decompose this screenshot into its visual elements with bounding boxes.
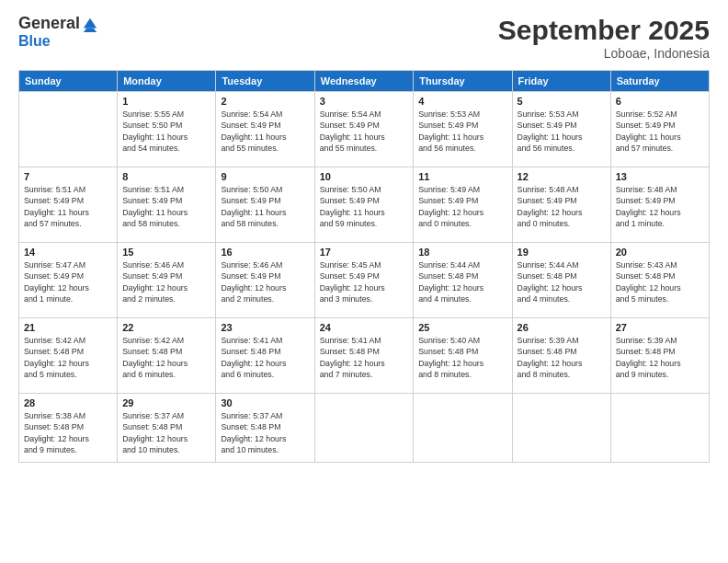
day-info: Sunrise: 5:47 AM Sunset: 5:49 PM Dayligh… [24, 259, 112, 304]
day-info: Sunrise: 5:52 AM Sunset: 5:49 PM Dayligh… [616, 109, 704, 154]
header-friday: Friday [512, 71, 610, 92]
table-row: 3Sunrise: 5:54 AM Sunset: 5:49 PM Daylig… [314, 92, 414, 167]
table-row: 18Sunrise: 5:44 AM Sunset: 5:48 PM Dayli… [414, 243, 512, 318]
day-info: Sunrise: 5:40 AM Sunset: 5:48 PM Dayligh… [418, 335, 506, 380]
day-info: Sunrise: 5:48 AM Sunset: 5:49 PM Dayligh… [616, 184, 704, 229]
logo: General Blue [18, 15, 98, 49]
day-number: 16 [221, 247, 309, 258]
table-row: 26Sunrise: 5:39 AM Sunset: 5:48 PM Dayli… [512, 318, 610, 394]
table-row: 11Sunrise: 5:49 AM Sunset: 5:49 PM Dayli… [414, 167, 512, 243]
day-info: Sunrise: 5:46 AM Sunset: 5:49 PM Dayligh… [122, 259, 210, 304]
day-info: Sunrise: 5:50 AM Sunset: 5:49 PM Dayligh… [320, 184, 409, 229]
day-number: 9 [221, 171, 309, 182]
table-row: 7Sunrise: 5:51 AM Sunset: 5:49 PM Daylig… [19, 167, 118, 243]
day-info: Sunrise: 5:50 AM Sunset: 5:49 PM Dayligh… [221, 184, 309, 229]
svg-marker-1 [84, 28, 97, 32]
header-monday: Monday [118, 71, 216, 92]
day-number: 23 [221, 322, 309, 333]
day-info: Sunrise: 5:39 AM Sunset: 5:48 PM Dayligh… [616, 335, 704, 380]
logo-text: General [18, 15, 80, 33]
table-row: 4Sunrise: 5:53 AM Sunset: 5:49 PM Daylig… [414, 92, 512, 167]
day-info: Sunrise: 5:53 AM Sunset: 5:49 PM Dayligh… [418, 109, 506, 154]
day-info: Sunrise: 5:49 AM Sunset: 5:49 PM Dayligh… [418, 184, 506, 229]
day-number: 12 [518, 171, 606, 182]
table-row: 27Sunrise: 5:39 AM Sunset: 5:48 PM Dayli… [610, 318, 709, 394]
day-info: Sunrise: 5:46 AM Sunset: 5:49 PM Dayligh… [221, 259, 309, 304]
day-number: 24 [320, 322, 409, 333]
table-row: 5Sunrise: 5:53 AM Sunset: 5:49 PM Daylig… [512, 92, 610, 167]
table-row: 20Sunrise: 5:43 AM Sunset: 5:48 PM Dayli… [610, 243, 709, 318]
day-number: 27 [616, 322, 704, 333]
table-row: 16Sunrise: 5:46 AM Sunset: 5:49 PM Dayli… [216, 243, 314, 318]
table-row: 10Sunrise: 5:50 AM Sunset: 5:49 PM Dayli… [314, 167, 414, 243]
title-block: September 2025 Loboae, Indonesia [498, 15, 710, 61]
day-number: 25 [418, 322, 506, 333]
calendar: Sunday Monday Tuesday Wednesday Thursday… [18, 70, 710, 463]
month-title: September 2025 [498, 15, 710, 46]
day-number: 1 [122, 96, 210, 107]
table-row [414, 394, 512, 463]
table-row: 28Sunrise: 5:38 AM Sunset: 5:48 PM Dayli… [19, 394, 118, 463]
header-tuesday: Tuesday [216, 71, 314, 92]
day-number: 17 [320, 247, 409, 258]
table-row: 13Sunrise: 5:48 AM Sunset: 5:49 PM Dayli… [610, 167, 709, 243]
table-row: 2Sunrise: 5:54 AM Sunset: 5:49 PM Daylig… [216, 92, 314, 167]
table-row: 14Sunrise: 5:47 AM Sunset: 5:49 PM Dayli… [19, 243, 118, 318]
day-info: Sunrise: 5:55 AM Sunset: 5:50 PM Dayligh… [122, 109, 210, 154]
header-wednesday: Wednesday [314, 71, 414, 92]
table-row: 24Sunrise: 5:41 AM Sunset: 5:48 PM Dayli… [314, 318, 414, 394]
day-number: 26 [518, 322, 606, 333]
day-number: 5 [518, 96, 606, 107]
day-info: Sunrise: 5:53 AM Sunset: 5:49 PM Dayligh… [518, 109, 606, 154]
table-row: 30Sunrise: 5:37 AM Sunset: 5:48 PM Dayli… [216, 394, 314, 463]
logo-subtext: Blue [18, 33, 98, 50]
header: General Blue September 2025 Loboae, Indo… [18, 15, 710, 61]
day-info: Sunrise: 5:54 AM Sunset: 5:49 PM Dayligh… [320, 109, 409, 154]
table-row: 22Sunrise: 5:42 AM Sunset: 5:48 PM Dayli… [118, 318, 216, 394]
svg-marker-0 [84, 18, 97, 29]
day-number: 20 [616, 247, 704, 258]
table-row [19, 92, 118, 167]
day-info: Sunrise: 5:38 AM Sunset: 5:48 PM Dayligh… [24, 410, 112, 455]
location: Loboae, Indonesia [498, 46, 710, 61]
table-row: 1Sunrise: 5:55 AM Sunset: 5:50 PM Daylig… [118, 92, 216, 167]
day-number: 2 [221, 96, 309, 107]
day-info: Sunrise: 5:51 AM Sunset: 5:49 PM Dayligh… [122, 184, 210, 229]
logo-icon [82, 16, 98, 32]
day-info: Sunrise: 5:43 AM Sunset: 5:48 PM Dayligh… [616, 259, 704, 304]
day-number: 15 [122, 247, 210, 258]
header-thursday: Thursday [414, 71, 512, 92]
day-number: 30 [221, 397, 309, 408]
header-sunday: Sunday [19, 71, 118, 92]
day-info: Sunrise: 5:44 AM Sunset: 5:48 PM Dayligh… [518, 259, 606, 304]
day-info: Sunrise: 5:42 AM Sunset: 5:48 PM Dayligh… [24, 335, 112, 380]
day-info: Sunrise: 5:37 AM Sunset: 5:48 PM Dayligh… [221, 410, 309, 455]
day-number: 18 [418, 247, 506, 258]
day-info: Sunrise: 5:45 AM Sunset: 5:49 PM Dayligh… [320, 259, 409, 304]
table-row: 21Sunrise: 5:42 AM Sunset: 5:48 PM Dayli… [19, 318, 118, 394]
table-row: 25Sunrise: 5:40 AM Sunset: 5:48 PM Dayli… [414, 318, 512, 394]
day-number: 28 [24, 397, 112, 408]
day-number: 22 [122, 322, 210, 333]
day-number: 10 [320, 171, 409, 182]
table-row: 8Sunrise: 5:51 AM Sunset: 5:49 PM Daylig… [118, 167, 216, 243]
day-number: 6 [616, 96, 704, 107]
day-number: 3 [320, 96, 409, 107]
table-row: 15Sunrise: 5:46 AM Sunset: 5:49 PM Dayli… [118, 243, 216, 318]
table-row [610, 394, 709, 463]
day-number: 13 [616, 171, 704, 182]
day-number: 4 [418, 96, 506, 107]
day-number: 11 [418, 171, 506, 182]
day-info: Sunrise: 5:41 AM Sunset: 5:48 PM Dayligh… [320, 335, 409, 380]
calendar-header-row: Sunday Monday Tuesday Wednesday Thursday… [19, 71, 710, 92]
day-number: 21 [24, 322, 112, 333]
table-row: 12Sunrise: 5:48 AM Sunset: 5:49 PM Dayli… [512, 167, 610, 243]
table-row: 23Sunrise: 5:41 AM Sunset: 5:48 PM Dayli… [216, 318, 314, 394]
table-row: 19Sunrise: 5:44 AM Sunset: 5:48 PM Dayli… [512, 243, 610, 318]
table-row [314, 394, 414, 463]
day-number: 7 [24, 171, 112, 182]
table-row [512, 394, 610, 463]
header-saturday: Saturday [610, 71, 709, 92]
table-row: 29Sunrise: 5:37 AM Sunset: 5:48 PM Dayli… [118, 394, 216, 463]
day-number: 19 [518, 247, 606, 258]
